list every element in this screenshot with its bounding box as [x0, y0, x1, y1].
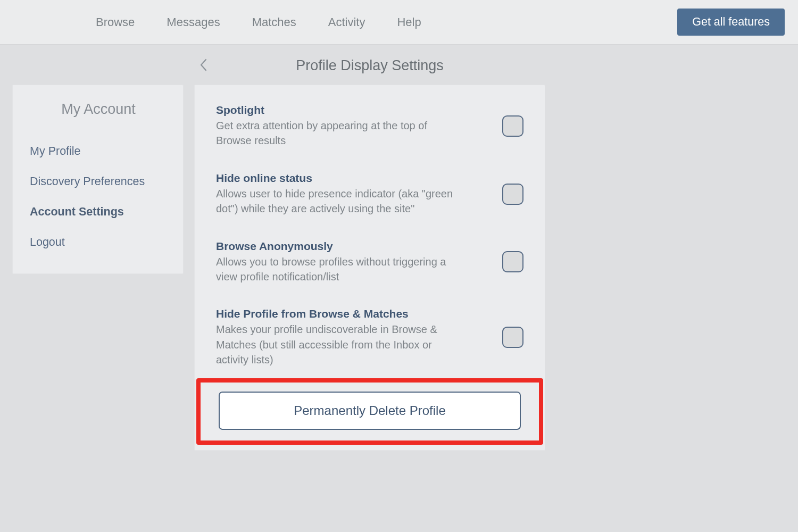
nav-matches[interactable]: Matches [252, 15, 296, 29]
back-icon[interactable] [200, 59, 207, 73]
get-all-features-button[interactable]: Get all features [677, 9, 785, 36]
sidebar-title: My Account [30, 101, 167, 118]
spotlight-checkbox[interactable] [502, 115, 523, 137]
browse-anonymously-checkbox[interactable] [502, 251, 523, 272]
account-sidebar: My Account My Profile Discovery Preferen… [12, 85, 184, 274]
nav-help[interactable]: Help [397, 15, 421, 29]
sidebar-item-discovery-preferences[interactable]: Discovery Preferences [30, 167, 167, 197]
hide-online-status-checkbox[interactable] [502, 184, 523, 205]
nav-activity[interactable]: Activity [328, 15, 365, 29]
setting-desc: Get extra attention by appearing at the … [216, 118, 465, 148]
setting-desc: Allows you to browse profiles without tr… [216, 254, 465, 285]
hide-profile-checkbox[interactable] [502, 327, 523, 348]
setting-text: Hide Profile from Browse & Matches Makes… [216, 307, 465, 367]
permanently-delete-profile-button[interactable]: Permanently Delete Profile [219, 392, 521, 430]
setting-title: Hide online status [216, 172, 465, 185]
nav-browse[interactable]: Browse [96, 15, 135, 29]
setting-desc: Allows user to hide presence indicator (… [216, 186, 465, 217]
setting-title: Browse Anonymously [216, 240, 465, 253]
setting-desc: Makes your profile undiscoverable in Bro… [216, 322, 465, 367]
page-header: Profile Display Settings [194, 45, 545, 85]
setting-text: Browse Anonymously Allows you to browse … [216, 240, 465, 285]
setting-title: Spotlight [216, 104, 465, 117]
setting-hide-online-status: Hide online status Allows user to hide p… [216, 172, 523, 217]
delete-highlight-box: Permanently Delete Profile [196, 378, 543, 445]
setting-browse-anonymously: Browse Anonymously Allows you to browse … [216, 240, 523, 285]
top-navigation: Browse Messages Matches Activity Help Ge… [0, 0, 798, 45]
nav-links: Browse Messages Matches Activity Help [96, 15, 421, 29]
nav-messages[interactable]: Messages [167, 15, 220, 29]
sidebar-item-account-settings[interactable]: Account Settings [30, 197, 167, 227]
setting-hide-profile: Hide Profile from Browse & Matches Makes… [216, 307, 523, 367]
content-wrap: My Account My Profile Discovery Preferen… [0, 85, 798, 451]
sidebar-item-logout[interactable]: Logout [30, 227, 167, 257]
setting-text: Hide online status Allows user to hide p… [216, 172, 465, 217]
setting-text: Spotlight Get extra attention by appeari… [216, 104, 465, 148]
page-title: Profile Display Settings [194, 57, 545, 74]
sidebar-item-my-profile[interactable]: My Profile [30, 136, 167, 167]
settings-panel: Spotlight Get extra attention by appeari… [194, 85, 545, 451]
setting-spotlight: Spotlight Get extra attention by appeari… [216, 104, 523, 148]
setting-title: Hide Profile from Browse & Matches [216, 307, 465, 320]
